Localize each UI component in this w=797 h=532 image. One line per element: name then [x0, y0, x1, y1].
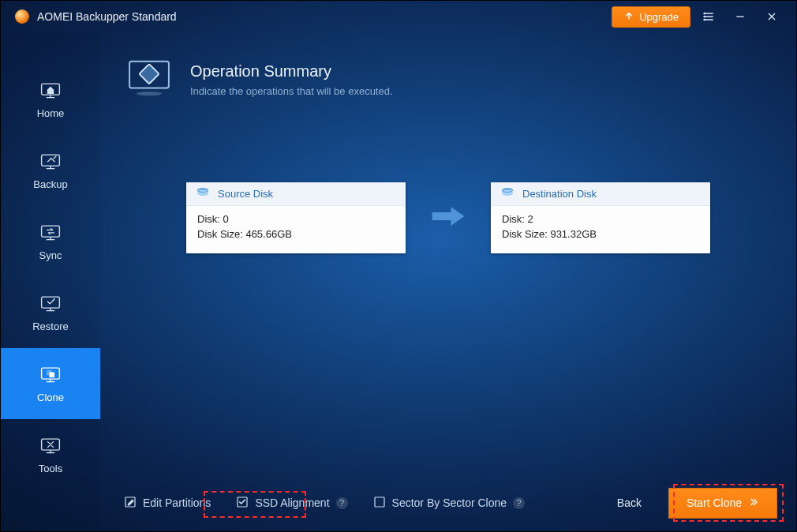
checkbox-checked-icon: [236, 496, 249, 511]
svg-point-5: [704, 19, 705, 20]
disk-stack-icon: [500, 187, 514, 200]
sidebar-item-label: Clone: [37, 392, 64, 403]
backup-monitor-icon: [39, 152, 62, 170]
ssd-alignment-checkbox[interactable]: SSD Alignment ?: [231, 493, 352, 514]
ssd-alignment-label: SSD Alignment: [255, 496, 329, 509]
edit-partitions-button[interactable]: Edit Partitions: [119, 493, 215, 514]
arrow-right-icon: [428, 203, 469, 233]
svg-rect-10: [42, 155, 60, 166]
dest-disk-line1: Disk: 2: [502, 212, 699, 227]
svg-rect-15: [50, 373, 54, 377]
source-disk-line1: Disk: 0: [197, 212, 395, 227]
sidebar-item-label: Sync: [39, 249, 62, 261]
page-subtitle: Indicate the operations that will be exe…: [190, 85, 393, 97]
back-button[interactable]: Back: [606, 490, 653, 515]
sidebar-item-label: Restore: [32, 320, 69, 332]
close-icon[interactable]: [758, 6, 785, 28]
chevrons-right-icon: [748, 496, 759, 510]
footer-bar: Edit Partitions SSD Alignment ? Sector B…: [100, 474, 796, 531]
page-header: Operation Summary Indicate the operation…: [124, 56, 773, 103]
sidebar-item-label: Backup: [33, 178, 67, 190]
menu-icon[interactable]: [695, 6, 722, 28]
edit-icon: [124, 496, 137, 511]
svg-point-4: [704, 16, 705, 17]
app-logo-icon: [15, 9, 29, 24]
sidebar-item-label: Home: [37, 107, 65, 119]
source-card-title: Source Disk: [218, 188, 273, 200]
svg-rect-26: [375, 497, 384, 507]
app-title: AOMEI Backupper Standard: [37, 10, 612, 23]
svg-rect-11: [42, 226, 60, 237]
main-content: Operation Summary Indicate the operation…: [100, 32, 796, 531]
page-title: Operation Summary: [190, 62, 393, 81]
sidebar-item-backup[interactable]: Backup: [1, 135, 100, 206]
source-disk-card[interactable]: Source Disk Disk: 0 Disk Size: 465.66GB: [186, 182, 406, 253]
dest-disk-line2: Disk Size: 931.32GB: [502, 227, 699, 242]
upgrade-button[interactable]: Upgrade: [612, 6, 690, 28]
svg-point-18: [137, 92, 162, 96]
sidebar-item-home[interactable]: Home: [1, 64, 100, 135]
summary-header-icon: [124, 56, 174, 103]
minimize-icon[interactable]: [727, 6, 754, 28]
svg-rect-19: [139, 64, 159, 84]
home-monitor-icon: [39, 81, 62, 99]
edit-partitions-label: Edit Partitions: [143, 496, 211, 509]
summary-row: Source Disk Disk: 0 Disk Size: 465.66GB: [124, 182, 773, 253]
sidebar-item-label: Tools: [39, 463, 62, 474]
sidebar-item-sync[interactable]: Sync: [1, 206, 100, 277]
upgrade-arrow-icon: [623, 10, 634, 24]
start-clone-button[interactable]: Start Clone: [668, 488, 777, 519]
sidebar: Home Backup Sync Restore: [1, 32, 100, 531]
sync-monitor-icon: [39, 223, 62, 242]
source-disk-line2: Disk Size: 465.66GB: [197, 227, 395, 242]
sector-clone-label: Sector By Sector Clone: [392, 496, 507, 509]
sidebar-item-tools[interactable]: Tools: [1, 419, 100, 490]
start-clone-label: Start Clone: [687, 496, 742, 509]
help-icon[interactable]: ?: [336, 497, 348, 509]
sidebar-item-clone[interactable]: Clone: [1, 348, 100, 419]
sidebar-item-restore[interactable]: Restore: [1, 277, 100, 348]
destination-disk-card[interactable]: Destination Disk Disk: 2 Disk Size: 931.…: [491, 182, 710, 253]
tools-monitor-icon: [39, 436, 62, 455]
disk-stack-icon: [196, 187, 210, 200]
titlebar: AOMEI Backupper Standard Upgrade: [1, 1, 796, 32]
back-label: Back: [617, 496, 642, 509]
restore-monitor-icon: [39, 294, 62, 313]
upgrade-label: Upgrade: [639, 11, 679, 23]
sector-clone-checkbox[interactable]: Sector By Sector Clone ?: [369, 493, 530, 514]
help-icon[interactable]: ?: [513, 497, 525, 509]
svg-point-3: [704, 13, 705, 13]
checkbox-unchecked-icon: [373, 496, 386, 511]
dest-card-title: Destination Disk: [522, 188, 597, 200]
clone-monitor-icon: [39, 365, 62, 384]
